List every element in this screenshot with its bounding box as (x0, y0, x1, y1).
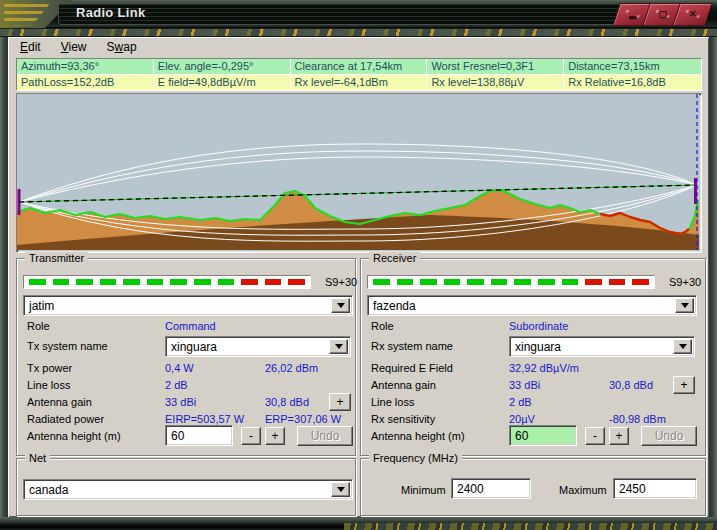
rx-system-value: xinguara (515, 340, 561, 354)
tx-gain-plus-button[interactable]: + (329, 393, 351, 411)
rx-sensitivity-label: Rx sensitivity (371, 413, 435, 425)
tx-radiated-label: Radiated power (27, 413, 104, 425)
rx-height-minus-button[interactable]: - (585, 427, 605, 445)
worst-fresnel-value: Worst Fresnel=0,3F1 (427, 59, 564, 74)
rx-role-row: Role Subordinate (361, 320, 705, 335)
tx-power-dbm: 26,02 dBm (265, 362, 318, 374)
tx-lineloss-row: Line loss 2 dB (17, 379, 355, 394)
tx-height-plus-button[interactable]: + (265, 427, 285, 445)
menu-swap[interactable]: Swap (107, 40, 137, 57)
tx-system-select[interactable]: xinguara (165, 336, 351, 357)
clearance-value: Clearance at 17,54km (291, 59, 428, 74)
summary-row-1: Azimuth=93,36° Elev. angle=-0,295° Clear… (17, 59, 701, 74)
tx-role-label: Role (27, 320, 50, 332)
efield-value: E field=49,8dBµV/m (154, 75, 291, 90)
azimuth-value: Azimuth=93,36° (17, 59, 154, 74)
tx-power-watts: 0,4 W (165, 362, 194, 374)
rx-height-label: Antenna height (m) (371, 430, 465, 442)
tx-eirp-value: EIRP=503,57 W (165, 413, 244, 425)
tx-station-value: jatim (29, 299, 54, 313)
rx-system-dropdown-button[interactable] (673, 339, 692, 354)
tx-gain-row: Antenna gain 33 dBi 30,8 dBd + (17, 396, 355, 411)
tx-undo-button[interactable]: Undo (297, 426, 353, 446)
rx-lineloss-row: Line loss 2 dB (361, 396, 705, 411)
signal-segment (288, 279, 305, 285)
titlebar-camo-strip (0, 28, 717, 37)
signal-segment (373, 279, 390, 285)
signal-segment (100, 279, 117, 285)
signal-segment (29, 279, 46, 285)
signal-segment (194, 279, 211, 285)
net-value: canada (29, 483, 68, 497)
signal-segment (491, 279, 508, 285)
tx-system-dropdown-button[interactable] (329, 339, 348, 354)
rx-system-select[interactable]: xinguara (509, 336, 695, 357)
signal-segment (76, 279, 93, 285)
window-title: Radio Link (76, 5, 145, 20)
rx-lineloss-label: Line loss (371, 396, 414, 408)
summary-row-2: PathLoss=152,2dB E field=49,8dBµV/m Rx l… (17, 74, 701, 90)
close-button[interactable]: ✕ (672, 3, 712, 26)
frequency-min-input[interactable] (451, 478, 531, 499)
net-dropdown-button[interactable] (331, 482, 350, 497)
net-select[interactable]: canada (23, 479, 353, 500)
tx-station-select[interactable]: jatim (23, 295, 353, 316)
tx-height-minus-button[interactable]: - (241, 427, 261, 445)
chevron-down-icon (337, 303, 345, 312)
rx-level-dbm-value: Rx level=-64,1dBm (291, 75, 428, 90)
rx-lineloss-value: 2 dB (509, 396, 532, 408)
tx-erp-value: ERP=307,06 W (265, 413, 341, 425)
signal-segment (632, 279, 649, 285)
signal-segment (609, 279, 626, 285)
tx-height-input[interactable] (165, 425, 233, 446)
rx-role-value: Subordinate (509, 320, 568, 332)
menu-edit[interactable]: Edit (20, 40, 41, 57)
tx-lineloss-label: Line loss (27, 379, 70, 391)
window-controls: ▂ ▢ ✕ (619, 3, 709, 26)
title-bar[interactable]: Radio Link ▂ ▢ ✕ (0, 0, 717, 28)
receiver-group-title: Receiver (369, 252, 420, 264)
tx-signal-bar (23, 275, 311, 289)
tx-gain-dbi: 33 dBi (165, 396, 196, 408)
rx-signal-bar (367, 275, 655, 289)
rx-relative-value: Rx Relative=16,8dB (564, 75, 701, 90)
rx-signal-level-label: S9+30 (669, 276, 701, 288)
tx-gain-label: Antenna gain (27, 396, 92, 408)
window-frame-bottom (0, 517, 717, 530)
titlebar-stripes (58, 3, 657, 25)
signal-segment (538, 279, 555, 285)
rx-role-label: Role (371, 320, 394, 332)
rx-gain-dbd: 30,8 dBd (609, 379, 653, 391)
rx-station-value: fazenda (373, 299, 416, 313)
rx-efield-label: Required E Field (371, 362, 453, 374)
rx-height-plus-button[interactable]: + (609, 427, 629, 445)
transmitter-group-title: Transmitter (25, 252, 88, 264)
signal-segment (444, 279, 461, 285)
tx-system-value: xinguara (171, 340, 217, 354)
signal-segment (147, 279, 164, 285)
frequency-max-input[interactable] (613, 478, 697, 499)
rx-station-select[interactable]: fazenda (367, 295, 697, 316)
link-summary-panel: Azimuth=93,36° Elev. angle=-0,295° Clear… (16, 58, 702, 91)
signal-segment (170, 279, 187, 285)
frequency-max-label: Maximum (559, 484, 607, 496)
rx-height-input[interactable] (509, 425, 577, 446)
rx-system-label: Rx system name (371, 340, 453, 352)
tx-gain-dbd: 30,8 dBd (265, 396, 309, 408)
rx-signal-row: S9+30 (367, 275, 701, 291)
close-icon: ✕ (677, 4, 708, 24)
rx-undo-button[interactable]: Undo (641, 426, 697, 446)
tx-power-row: Tx power 0,4 W 26,02 dBm (17, 362, 355, 377)
terrain-profile-chart[interactable] (16, 93, 702, 253)
frequency-group-title: Frequency (MHz) (369, 452, 462, 464)
pathloss-value: PathLoss=152,2dB (17, 75, 154, 90)
rx-gain-plus-button[interactable]: + (673, 376, 695, 394)
window-frame-left (0, 37, 8, 517)
rx-station-dropdown-button[interactable] (675, 298, 694, 313)
menu-bar: Edit View Swap (12, 40, 137, 57)
chevron-down-icon (335, 344, 343, 353)
tx-station-dropdown-button[interactable] (331, 298, 350, 313)
signal-segment (265, 279, 282, 285)
menu-view[interactable]: View (61, 40, 87, 57)
net-group-title: Net (25, 452, 50, 464)
